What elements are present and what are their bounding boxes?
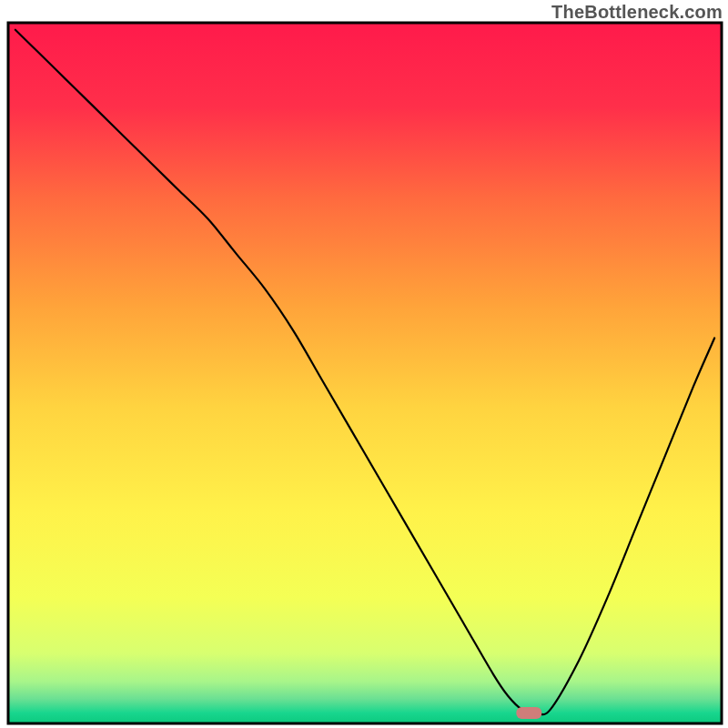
watermark: TheBottleneck.com: [551, 2, 723, 23]
chart-svg: [0, 0, 728, 728]
bottleneck-chart: TheBottleneck.com: [0, 0, 728, 728]
optimal-marker: [516, 707, 541, 719]
